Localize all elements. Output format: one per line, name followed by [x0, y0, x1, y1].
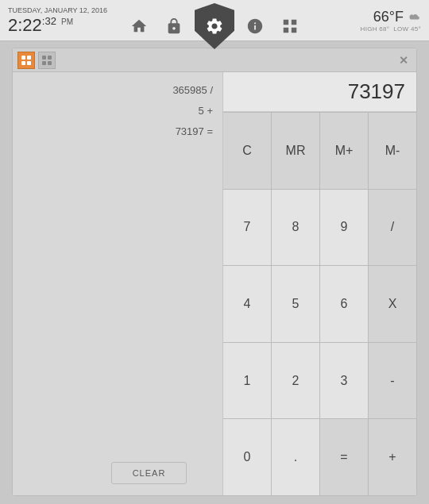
- calc-panel: 73197 CMRM+M-789/456X123-0.=+: [223, 72, 416, 495]
- svg-rect-7: [48, 61, 52, 65]
- home-icon[interactable]: [125, 12, 153, 40]
- calc-btn-0[interactable]: 0: [223, 419, 271, 495]
- weather-display: 66°F HIGH 68° LOW 45°: [361, 9, 421, 33]
- svg-rect-6: [42, 61, 46, 65]
- info-icon[interactable]: [241, 12, 269, 40]
- calc-btn-subtract[interactable]: -: [369, 343, 416, 419]
- calc-btn-2[interactable]: 2: [272, 343, 319, 419]
- calc-btn-equals[interactable]: =: [320, 419, 368, 495]
- calc-btn-8[interactable]: 8: [272, 190, 319, 266]
- clear-history-button[interactable]: CLEAR: [111, 462, 187, 484]
- calc-btn-9[interactable]: 9: [320, 190, 368, 266]
- clear-label: CLEAR: [133, 468, 166, 478]
- calc-btn-multiply[interactable]: X: [369, 266, 416, 342]
- ampm: PM: [61, 17, 73, 26]
- calc-display: 73197: [223, 72, 416, 112]
- datetime-display: TUESDAY, JANUARY 12, 2016 2:22:32 PM: [8, 6, 107, 34]
- svg-rect-3: [27, 61, 31, 65]
- history-item-3: 73197 =: [176, 121, 213, 142]
- calc-btn-decimal[interactable]: .: [272, 419, 319, 495]
- hi-lo-text: HIGH 68° LOW 45°: [361, 25, 421, 33]
- lock-icon[interactable]: [160, 12, 188, 40]
- widget-icon-orange: [17, 52, 35, 69]
- calc-widget-icon: [21, 55, 32, 66]
- calculator-body: 365985 / 5 + 73197 = 73197 CMRM+M-789/45…: [13, 72, 416, 495]
- calc-history: 365985 / 5 + 73197 =: [13, 72, 223, 495]
- svg-rect-0: [21, 56, 25, 60]
- calculator-widget: ✕ 365985 / 5 + 73197 = 73197 CMRM+M-789/…: [12, 48, 417, 496]
- calc-btn-6[interactable]: 6: [320, 266, 368, 342]
- display-value: 73197: [348, 79, 405, 104]
- calc-btn-divide[interactable]: /: [369, 190, 416, 266]
- widget-header: ✕: [13, 48, 416, 72]
- calc-btn-add[interactable]: +: [369, 419, 416, 495]
- calc-small-icon: [41, 55, 52, 66]
- nav-icons: [125, 0, 304, 46]
- calc-btn-clear[interactable]: C: [223, 113, 271, 189]
- calc-btn-mplus[interactable]: M+: [320, 113, 368, 189]
- calc-btn-mr[interactable]: MR: [272, 113, 319, 189]
- close-button[interactable]: ✕: [396, 52, 412, 68]
- calc-btn-7[interactable]: 7: [223, 190, 271, 266]
- history-item-2: 5 +: [199, 101, 213, 121]
- calc-btn-3[interactable]: 3: [320, 343, 368, 419]
- widget-icon-gray: [38, 52, 56, 69]
- time-main: 2:22: [8, 15, 42, 35]
- top-bar: TUESDAY, JANUARY 12, 2016 2:22:32 PM: [0, 0, 429, 41]
- calc-buttons: CMRM+M-789/456X123-0.=+: [223, 112, 416, 495]
- svg-rect-5: [48, 56, 52, 60]
- gear-shield-icon[interactable]: [195, 3, 234, 49]
- svg-rect-1: [27, 56, 31, 60]
- calc-btn-1[interactable]: 1: [223, 343, 271, 419]
- grid-icon[interactable]: [276, 12, 304, 40]
- history-item-1: 365985 /: [172, 80, 213, 101]
- calc-btn-4[interactable]: 4: [223, 266, 271, 342]
- temperature-text: 66°F: [373, 9, 404, 25]
- calc-btn-mminus[interactable]: M-: [369, 113, 416, 189]
- calc-btn-5[interactable]: 5: [272, 266, 319, 342]
- svg-rect-4: [42, 56, 46, 60]
- time-display: 2:22:32 PM: [8, 16, 107, 34]
- svg-rect-2: [21, 61, 25, 65]
- time-sub: :32: [42, 15, 56, 27]
- clear-button-container: CLEAR: [111, 462, 187, 484]
- cloud-icon: [407, 11, 421, 22]
- date-text: TUESDAY, JANUARY 12, 2016: [8, 6, 107, 16]
